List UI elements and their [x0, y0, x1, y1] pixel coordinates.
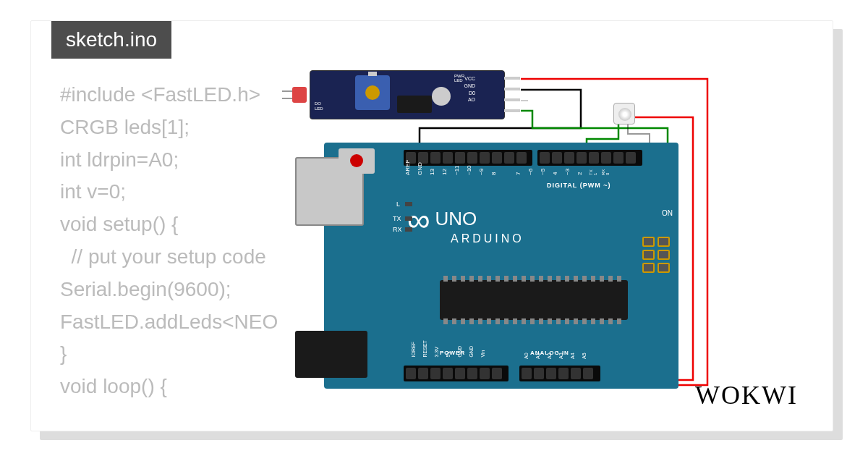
arduino-uno-board[interactable]: AREF GND 13 12 ~11 ~10 ~9 8 7 ~6 ~5 4 ~3… [295, 143, 678, 389]
capacitor-icon [432, 87, 451, 106]
reset-button[interactable] [339, 148, 375, 174]
ldr-photoresistor-icon [292, 87, 307, 103]
analog-section-label: ANALOG IN [530, 350, 569, 356]
ldr-sensor-module[interactable]: DOLED VCC GND D0 AO PWRLED [310, 70, 505, 119]
rx-led-icon [405, 227, 412, 232]
power-header[interactable] [404, 366, 509, 381]
analog-header[interactable] [519, 366, 600, 381]
digital-section-label: DIGITAL (PWM ~) [547, 182, 610, 189]
comparator-chip-icon [397, 96, 432, 113]
file-tab[interactable]: sketch.ino [51, 21, 171, 59]
l-led-label: L [396, 200, 400, 208]
ldr-pin-labels: VCC GND D0 AO [464, 75, 475, 104]
ldr-do-led-label: DOLED [315, 101, 323, 111]
editor-card: sketch.ino #include <FastLED.h> CRGB led… [30, 20, 833, 431]
on-led-label: ON [662, 209, 673, 217]
board-pcb [324, 143, 678, 389]
circuit-diagram[interactable]: DOLED VCC GND D0 AO PWRLED [259, 70, 751, 396]
l-led-icon [405, 202, 412, 206]
power-jack-icon [295, 331, 367, 378]
isp-header-icon [642, 237, 670, 273]
filename: sketch.ino [66, 28, 157, 51]
pin-labels-top: AREF GND 13 12 ~11 ~10 ~9 8 7 ~6 ~5 4 ~3… [406, 168, 608, 177]
potentiometer-icon[interactable] [355, 75, 390, 110]
power-section-label: POWER [440, 350, 465, 356]
wokwi-logo: WOKWI [695, 380, 798, 410]
tx-led-icon [405, 216, 412, 221]
rx-led-label: RX [393, 226, 402, 233]
ldr-pwr-led-label: PWRLED [454, 74, 464, 83]
ldr-output-pins [504, 77, 520, 120]
arduino-logo: ∞UNO ARDUINO [407, 202, 524, 245]
neopixel-led[interactable] [613, 103, 635, 124]
digital-header-right[interactable] [537, 150, 642, 166]
tx-led-label: TX [393, 215, 401, 222]
atmega-chip-icon [440, 280, 628, 320]
